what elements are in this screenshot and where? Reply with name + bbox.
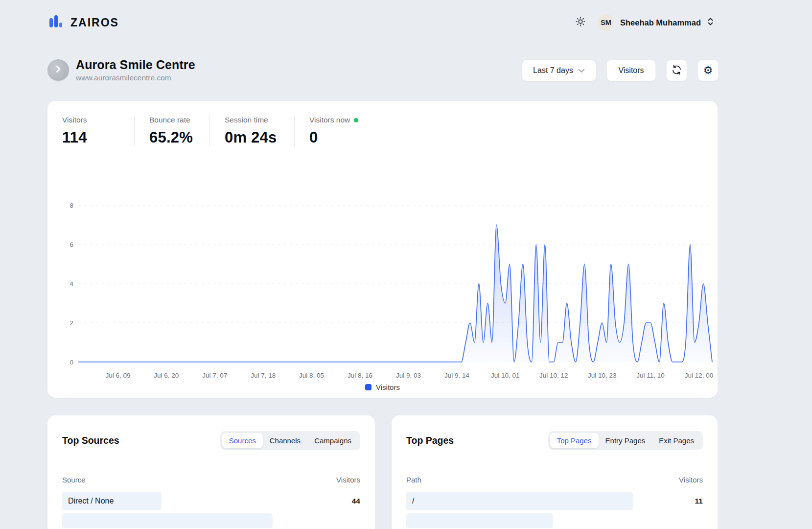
top-pages-tabs: Top Pages Entry Pages Exit Pages bbox=[548, 431, 703, 450]
page-row-name: / bbox=[406, 492, 703, 510]
brand-name: ZAIROS bbox=[70, 16, 119, 29]
svg-text:Jul 9, 14: Jul 9, 14 bbox=[444, 372, 470, 379]
metric-visitors-button[interactable]: Visitors bbox=[606, 60, 656, 81]
user-menu[interactable]: SM Sheehab Muhammad bbox=[598, 14, 714, 31]
stat-bounce-label: Bounce rate bbox=[149, 116, 195, 124]
refresh-icon bbox=[672, 65, 682, 77]
svg-text:Jul 12, 00: Jul 12, 00 bbox=[685, 372, 714, 379]
svg-text:Jul 11, 10: Jul 11, 10 bbox=[636, 372, 665, 379]
pages-visitors-header: Visitors bbox=[679, 476, 703, 484]
date-range-select[interactable]: Last 7 days bbox=[522, 60, 596, 81]
svg-text:Jul 10, 12: Jul 10, 12 bbox=[539, 372, 568, 379]
sources-visitors-header: Visitors bbox=[336, 476, 360, 484]
brand: ZAIROS bbox=[49, 14, 119, 31]
source-row-direct-none[interactable]: Direct / None 44 bbox=[62, 492, 360, 510]
stat-bounce-value: 65.2% bbox=[149, 129, 195, 146]
visitors-chart[interactable]: 02468Jul 6, 09Jul 6, 20Jul 7, 07Jul 7, 1… bbox=[47, 162, 718, 397]
app-header: ZAIROS SM Sheehab Muhammad bbox=[49, 12, 714, 33]
user-name: Sheehab Muhammad bbox=[620, 18, 701, 27]
top-sources-tabs: Sources Channels Campaigns bbox=[220, 431, 360, 450]
tab-exit-pages[interactable]: Exit Pages bbox=[652, 433, 701, 448]
bar-chart-logo-icon bbox=[49, 14, 64, 31]
live-indicator-dot bbox=[354, 118, 358, 122]
svg-text:Jul 8, 05: Jul 8, 05 bbox=[299, 372, 324, 379]
tab-sources[interactable]: Sources bbox=[222, 433, 263, 448]
stat-bounce-rate[interactable]: Bounce rate 65.2% bbox=[135, 116, 210, 146]
stat-now-value: 0 bbox=[309, 129, 358, 146]
chart-legend: Visitors bbox=[47, 383, 718, 391]
page-row-bar bbox=[406, 513, 553, 528]
svg-text:Jul 10, 01: Jul 10, 01 bbox=[491, 372, 520, 379]
svg-text:0: 0 bbox=[70, 359, 73, 366]
analytics-card: Visitors 114 Bounce rate 65.2% Session t… bbox=[47, 101, 718, 398]
stat-session-label: Session time bbox=[225, 116, 279, 124]
user-avatar: SM bbox=[598, 14, 614, 31]
top-sources-card: Top Sources Sources Channels Campaigns S… bbox=[47, 415, 375, 529]
svg-text:6: 6 bbox=[70, 241, 73, 248]
theme-toggle-button[interactable] bbox=[574, 16, 587, 29]
svg-text:Jul 7, 07: Jul 7, 07 bbox=[202, 372, 227, 379]
source-row-bar bbox=[62, 513, 273, 528]
stat-session-time[interactable]: Session time 0m 24s bbox=[210, 116, 295, 146]
stat-visitors-label: Visitors bbox=[62, 116, 119, 124]
source-row-partial[interactable] bbox=[62, 513, 360, 528]
stat-visitors-now[interactable]: Visitors now 0 bbox=[295, 116, 373, 146]
chevron-down-icon bbox=[578, 66, 585, 75]
top-sources-title: Top Sources bbox=[62, 435, 119, 446]
svg-text:Jul 10, 23: Jul 10, 23 bbox=[588, 372, 617, 379]
page-row-partial[interactable] bbox=[406, 513, 703, 528]
metric-visitors-label: Visitors bbox=[618, 66, 644, 75]
date-range-value: Last 7 days bbox=[533, 66, 573, 75]
source-row-value: 44 bbox=[352, 492, 360, 510]
stat-visitors-value: 114 bbox=[62, 129, 119, 146]
stat-session-value: 0m 24s bbox=[225, 129, 279, 146]
tab-channels[interactable]: Channels bbox=[263, 433, 307, 448]
page-row-value: 11 bbox=[695, 492, 703, 510]
tab-entry-pages[interactable]: Entry Pages bbox=[599, 433, 652, 448]
source-row-name: Direct / None bbox=[62, 492, 360, 510]
tab-top-pages[interactable]: Top Pages bbox=[550, 433, 599, 448]
chevron-right-icon bbox=[54, 65, 62, 75]
svg-text:2: 2 bbox=[70, 319, 73, 327]
legend-swatch-visitors bbox=[365, 384, 371, 390]
gear-icon: ⚙ bbox=[703, 65, 713, 76]
svg-text:4: 4 bbox=[70, 280, 73, 288]
site-name: Aurora Smile Centre bbox=[76, 58, 195, 72]
site-avatar-button[interactable] bbox=[47, 59, 69, 81]
sun-icon bbox=[575, 16, 586, 29]
page-row-root[interactable]: / 11 bbox=[406, 492, 703, 510]
svg-text:Jul 9, 03: Jul 9, 03 bbox=[396, 372, 421, 379]
pages-col-header: Path bbox=[406, 476, 421, 484]
svg-text:Jul 8, 16: Jul 8, 16 bbox=[348, 372, 372, 379]
svg-text:Jul 7, 18: Jul 7, 18 bbox=[251, 372, 276, 379]
top-pages-title: Top Pages bbox=[406, 435, 454, 446]
refresh-button[interactable] bbox=[666, 60, 687, 81]
top-pages-card: Top Pages Top Pages Entry Pages Exit Pag… bbox=[392, 415, 718, 529]
site-domain: www.aurorasmilecentre.com bbox=[76, 73, 195, 82]
chevron-up-down-icon bbox=[707, 17, 714, 28]
stats-row: Visitors 114 Bounce rate 65.2% Session t… bbox=[47, 101, 718, 146]
settings-button[interactable]: ⚙ bbox=[697, 60, 719, 81]
sources-col-header: Source bbox=[62, 476, 86, 484]
svg-text:Jul 6, 09: Jul 6, 09 bbox=[105, 372, 130, 379]
stat-visitors[interactable]: Visitors 114 bbox=[62, 116, 135, 146]
svg-text:8: 8 bbox=[70, 202, 73, 209]
svg-text:Jul 6, 20: Jul 6, 20 bbox=[154, 372, 179, 379]
stat-now-label: Visitors now bbox=[309, 116, 350, 124]
tab-campaigns[interactable]: Campaigns bbox=[307, 433, 358, 448]
legend-label-visitors: Visitors bbox=[376, 383, 400, 391]
